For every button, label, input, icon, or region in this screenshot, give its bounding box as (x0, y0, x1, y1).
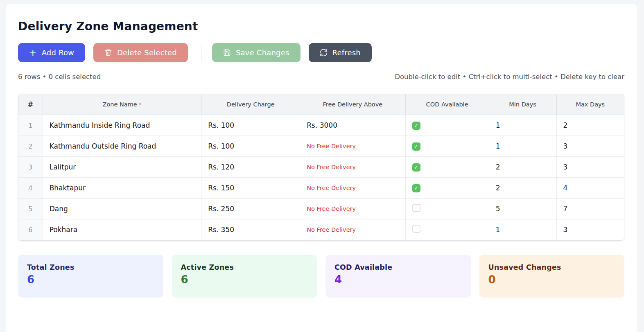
cod-available-cell[interactable]: ✓ (405, 136, 489, 157)
checkbox-checked-icon[interactable]: ✓ (412, 142, 420, 151)
stat-label: Total Zones (27, 263, 154, 271)
checkbox-checked-icon[interactable]: ✓ (412, 163, 420, 172)
min-days-cell[interactable]: 1 (489, 136, 556, 157)
table-header: # Zone Name* Delivery Charge Free Delive… (18, 94, 624, 115)
cod-available-cell[interactable]: ✓ (405, 115, 489, 136)
max-days-cell[interactable]: 3 (556, 136, 624, 157)
min-days-cell[interactable]: 1 (489, 115, 556, 136)
zone-name-cell[interactable]: Bhaktapur (43, 178, 201, 199)
zone-name-cell[interactable]: Kathmandu Inside Ring Road (43, 115, 201, 136)
save-icon (223, 49, 231, 56)
stat-label: Unsaved Changes (488, 263, 616, 271)
status-row: 6 rows • 0 cells selected Double-click t… (18, 73, 624, 81)
delete-selected-button[interactable]: Delete Selected (93, 43, 188, 62)
free-delivery-above-cell[interactable]: No Free Delivery (300, 178, 405, 199)
stat-value: 0 (488, 273, 616, 286)
min-days-cell[interactable]: 2 (489, 178, 556, 199)
row-number-cell[interactable]: 3 (18, 157, 43, 178)
zone-name-cell[interactable]: Dang (43, 199, 201, 219)
max-days-cell[interactable]: 4 (556, 178, 624, 199)
free-delivery-above-cell[interactable]: No Free Delivery (300, 199, 405, 219)
zone-name-cell[interactable]: Lalitpur (43, 157, 201, 178)
add-row-button[interactable]: + Add Row (18, 43, 85, 62)
zone-name-cell[interactable]: Pokhara (43, 219, 201, 240)
row-number-cell[interactable]: 2 (18, 136, 43, 157)
refresh-icon (320, 49, 328, 56)
stat-value: 6 (181, 273, 308, 286)
add-row-label: Add Row (42, 48, 74, 57)
max-days-cell[interactable]: 2 (556, 115, 624, 136)
free-delivery-above-cell[interactable]: Rs. 3000 (300, 115, 405, 136)
column-header-max-days: Max Days (556, 94, 624, 115)
checkbox-unchecked-icon[interactable] (412, 204, 420, 212)
delivery-charge-cell[interactable]: Rs. 100 (201, 115, 300, 136)
stat-value: 6 (27, 273, 154, 286)
page-title: Delivery Zone Management (18, 20, 624, 33)
checkbox-checked-icon[interactable]: ✓ (412, 184, 420, 192)
row-number-cell[interactable]: 4 (18, 178, 43, 199)
checkbox-unchecked-icon[interactable] (412, 225, 420, 233)
max-days-cell[interactable]: 7 (556, 199, 624, 219)
stat-label: Active Zones (181, 263, 308, 271)
table-row: 2Kathmandu Outside Ring RoadRs. 100No Fr… (18, 136, 624, 157)
stat-value: 4 (334, 273, 462, 286)
table-row: 6PokharaRs. 350No Free Delivery13 (18, 219, 624, 240)
edit-hint: Double-click to edit • Ctrl+click to mul… (395, 73, 624, 81)
checkbox-checked-icon[interactable]: ✓ (412, 122, 420, 130)
delete-selected-label: Delete Selected (117, 48, 177, 57)
cod-available-cell[interactable] (405, 199, 489, 219)
column-header-cod-available: COD Available (405, 94, 489, 115)
row-number-cell[interactable]: 5 (18, 199, 43, 219)
delivery-charge-cell[interactable]: Rs. 350 (201, 219, 300, 240)
stat-card-active-zones: Active Zones 6 (172, 255, 317, 298)
save-changes-label: Save Changes (236, 48, 289, 57)
free-delivery-above-cell[interactable]: No Free Delivery (300, 157, 405, 178)
min-days-cell[interactable]: 1 (489, 219, 556, 240)
cod-available-cell[interactable] (405, 219, 489, 240)
stat-card-total-zones: Total Zones 6 (18, 255, 163, 298)
column-header-zone-name: Zone Name* (43, 94, 201, 115)
row-number-cell[interactable]: 6 (18, 219, 43, 240)
stat-card-unsaved-changes: Unsaved Changes 0 (479, 255, 625, 298)
main-panel: Delivery Zone Management + Add Row Delet… (6, 4, 637, 332)
table-row: 3LalitpurRs. 120No Free Delivery✓23 (18, 157, 624, 178)
delivery-charge-cell[interactable]: Rs. 150 (201, 178, 300, 199)
row-number-cell[interactable]: 1 (18, 115, 43, 136)
toolbar: + Add Row Delete Selected Save Changes R… (18, 43, 624, 62)
zone-table: # Zone Name* Delivery Charge Free Delive… (18, 94, 624, 241)
delivery-charge-cell[interactable]: Rs. 250 (201, 199, 300, 219)
column-header-min-days: Min Days (489, 94, 556, 115)
trash-icon (104, 49, 112, 56)
min-days-cell[interactable]: 5 (489, 199, 556, 219)
plus-icon: + (29, 48, 37, 57)
zone-name-cell[interactable]: Kathmandu Outside Ring Road (43, 136, 201, 157)
max-days-cell[interactable]: 3 (556, 157, 624, 178)
column-header-free-delivery-above: Free Delivery Above (300, 94, 405, 115)
min-days-cell[interactable]: 2 (489, 157, 556, 178)
table-row: 4BhaktapurRs. 150No Free Delivery✓24 (18, 178, 624, 199)
toolbar-divider (201, 45, 201, 61)
free-delivery-above-cell[interactable]: No Free Delivery (300, 219, 405, 240)
column-header-index: # (18, 94, 43, 115)
stat-label: COD Available (334, 263, 462, 271)
delivery-charge-cell[interactable]: Rs. 100 (201, 136, 300, 157)
stat-card-cod-available: COD Available 4 (325, 255, 471, 298)
required-asterisk: * (139, 102, 142, 108)
free-delivery-above-cell[interactable]: No Free Delivery (300, 136, 405, 157)
refresh-button[interactable]: Refresh (309, 43, 372, 62)
column-header-delivery-charge: Delivery Charge (201, 94, 300, 115)
table-row: 5DangRs. 250No Free Delivery57 (18, 199, 624, 219)
max-days-cell[interactable]: 3 (556, 219, 624, 240)
save-changes-button[interactable]: Save Changes (212, 43, 301, 62)
zone-table-body: 1Kathmandu Inside Ring RoadRs. 100Rs. 30… (18, 115, 624, 240)
cod-available-cell[interactable]: ✓ (405, 157, 489, 178)
refresh-label: Refresh (332, 48, 361, 57)
stat-cards: Total Zones 6 Active Zones 6 COD Availab… (18, 255, 624, 298)
table-row: 1Kathmandu Inside Ring RoadRs. 100Rs. 30… (18, 115, 624, 136)
delivery-charge-cell[interactable]: Rs. 120 (201, 157, 300, 178)
cod-available-cell[interactable]: ✓ (405, 178, 489, 199)
selection-summary: 6 rows • 0 cells selected (18, 73, 101, 81)
